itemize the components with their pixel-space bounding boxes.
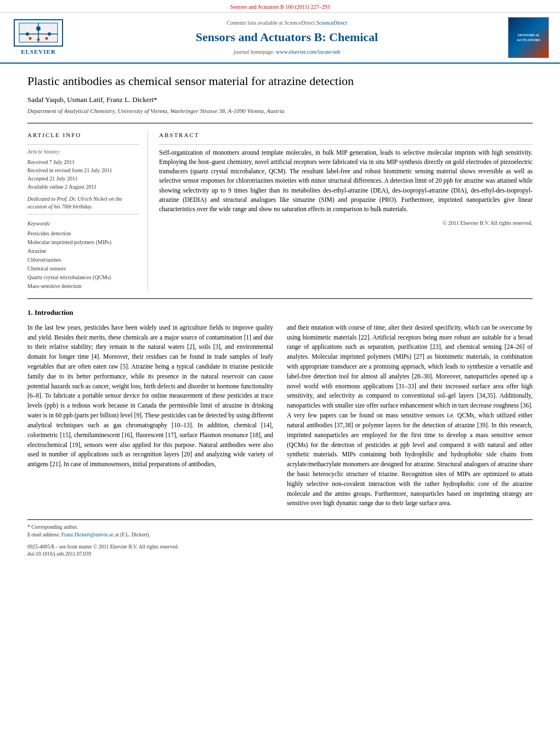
elsevier-logo-box: [14, 19, 63, 47]
affiliation: Department of Analytical Chemistry, Univ…: [27, 107, 533, 115]
keyword-3: Atrazine: [27, 247, 139, 256]
journal-title-area: Contents lists available at ScienceDirec…: [71, 19, 502, 56]
journal-homepage-link[interactable]: www.elsevier.com/locate/snb: [276, 49, 340, 55]
keyword-2: Molecular imprinted polymers (MIPs): [27, 238, 139, 247]
svg-point-6: [29, 37, 32, 40]
svg-point-4: [26, 32, 29, 36]
keyword-5: Chemical sensors: [27, 264, 139, 273]
intro-right-text: and their mutation with course of time, …: [287, 323, 533, 508]
top-bar: Sensors and Actuators B 160 (2011) 227–2…: [0, 0, 560, 13]
keywords-section: Keywords: Pesticides detection Molecular…: [27, 220, 139, 291]
journal-thumbnail: SENSORS &ACTUATORS: [508, 17, 549, 58]
received-revised-date: Received in revised form 21 July 2011: [27, 166, 139, 174]
intro-heading: 1. Introduction: [27, 308, 533, 318]
authors: Sadaf Yaqub, Usman Latif, Franz L. Dicke…: [27, 95, 533, 105]
elsevier-wordmark: ELSEVIER: [21, 48, 56, 56]
main-content: Plastic antibodies as chemical sensor ma…: [0, 64, 560, 568]
divider-abstract: [159, 144, 533, 145]
keywords-label: Keywords:: [27, 220, 139, 228]
intro-section-number: 1.: [27, 308, 33, 316]
copyright: © 2011 Elsevier B.V. All rights reserved…: [159, 219, 533, 227]
sciencedirect-link[interactable]: ScienceDirect: [316, 20, 347, 26]
body-two-col: In the last few years, pesticides have b…: [27, 323, 533, 508]
article-history-label: Article history:: [27, 148, 139, 156]
keyword-1: Pesticides detection: [27, 229, 139, 238]
svg-point-5: [48, 32, 51, 36]
divider-after-affiliation: [27, 123, 533, 123]
elsevier-logo-svg: [16, 20, 60, 45]
divider-body: [27, 298, 533, 299]
divider-1: [27, 144, 139, 145]
footnote-star: * Corresponding author.: [27, 523, 533, 531]
keyword-4: Chlorotriazines: [27, 256, 139, 264]
journal-thumb-title: SENSORS &ACTUATORS: [517, 33, 540, 42]
journal-header: ELSEVIER Contents lists available at Sci…: [0, 13, 560, 64]
divider-2: [27, 214, 139, 214]
accepted-date: Accepted 21 July 2011: [27, 174, 139, 183]
intro-section-title: Introduction: [35, 308, 73, 316]
page-wrapper: Sensors and Actuators B 160 (2011) 227–2…: [0, 0, 560, 568]
journal-citation: Sensors and Actuators B 160 (2011) 227–2…: [230, 4, 330, 10]
svg-point-7: [46, 37, 48, 40]
abstract-text: Self-organization of monomers around tem…: [159, 148, 533, 214]
body-left-col: In the last few years, pesticides have b…: [27, 323, 273, 508]
body-right-col: and their mutation with course of time, …: [287, 323, 533, 508]
svg-point-8: [37, 38, 40, 41]
article-info-abstract: ARTICLE INFO Article history: Received 7…: [27, 131, 533, 290]
footnote-email: E-mail address: Franz.Dickert@univie.ac.…: [27, 531, 533, 539]
right-column: ABSTRACT Self-organization of monomers a…: [159, 131, 533, 290]
abstract-label: ABSTRACT: [159, 131, 533, 139]
email-link[interactable]: Franz.Dickert@univie.ac.at: [61, 532, 119, 538]
article-title: Plastic antibodies as chemical sensor ma…: [27, 73, 533, 89]
keyword-6: Quartz crystal microbalances (QCMs): [27, 273, 139, 282]
left-column: ARTICLE INFO Article history: Received 7…: [27, 131, 148, 290]
keyword-7: Mass-sensitive detection: [27, 282, 139, 291]
intro-left-text: In the last few years, pesticides have b…: [27, 323, 273, 470]
footer-notes: * Corresponding author. E-mail address: …: [27, 519, 533, 558]
svg-point-3: [36, 26, 41, 31]
dedication: Dedicated to Prof. Dr. Ulrich Nickel on …: [27, 195, 139, 211]
footer-issn: 0925-4005/$ – see front matter © 2011 El…: [27, 544, 533, 558]
received-date: Received 7 July 2011: [27, 158, 139, 166]
elsevier-logo: ELSEVIER: [11, 19, 66, 56]
contents-line: Contents lists available at ScienceDirec…: [71, 19, 502, 27]
journal-name: Sensors and Actuators B: Chemical: [71, 29, 502, 46]
journal-homepage: journal homepage: www.elsevier.com/locat…: [71, 48, 502, 56]
article-info-label: ARTICLE INFO: [27, 131, 139, 139]
available-date: Available online 2 August 2011: [27, 183, 139, 191]
